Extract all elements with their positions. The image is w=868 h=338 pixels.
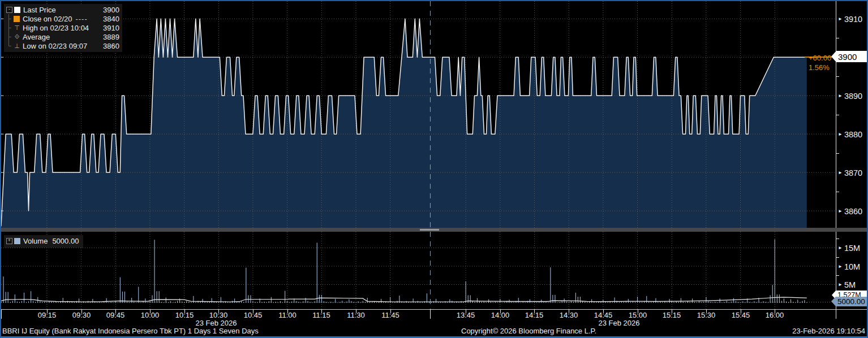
tick-arrow-icon: ► — [838, 170, 843, 175]
current-price-value: 3900 — [836, 51, 867, 62]
price-axis-minor-tick — [836, 38, 839, 38]
current-volume-tag: 5000.00 — [831, 297, 868, 306]
tree-connector — [6, 41, 12, 50]
legend-item-label: High on 02/23 10:04 — [23, 24, 89, 32]
legend-item-label: Average — [23, 33, 50, 41]
session-start-tick — [1, 310, 2, 319]
last-price-swatch-icon — [14, 7, 20, 13]
time-axis-label: 11:30 — [347, 311, 365, 319]
session-boundary-tick — [430, 310, 431, 319]
tag-arrow-icon — [831, 51, 836, 62]
legend-item-value: 3860 — [103, 42, 119, 50]
low-marker-icon: ⊥ — [14, 42, 20, 49]
tick-arrow-icon: ► — [838, 132, 843, 137]
security-description: BBRI IJ Equity (Bank Rakyat Indonesia Pe… — [2, 327, 259, 335]
tick-arrow-icon: ► — [838, 93, 843, 98]
price-axis-label: ►3880 — [838, 130, 862, 138]
legend-item[interactable]: -Last Price3900 — [6, 5, 119, 14]
time-axis-label: 09:15 — [38, 311, 57, 319]
tag-arrow-icon — [831, 297, 836, 306]
volume-legend[interactable]: + Volume 5000.00 — [4, 235, 83, 248]
dashed-line-sample: ---- — [75, 15, 87, 23]
timestamp-text: 23-Feb-2026 19:10:54 — [792, 327, 865, 335]
current-price-tag: 3900 — [831, 51, 867, 62]
time-axis-label: 10:15 — [175, 311, 194, 319]
tree-connector — [6, 23, 12, 32]
volume-legend-value: 5000.00 — [52, 237, 79, 245]
time-axis-label: 10:00 — [141, 311, 160, 319]
time-axis-label: 15:15 — [663, 311, 681, 319]
expand-plus-icon[interactable]: + — [6, 238, 12, 244]
legend-item[interactable]: ⊤High on 02/23 10:043910 — [6, 23, 119, 32]
status-bar: BBRI IJ Equity (Bank Rakyat Indonesia Pe… — [0, 326, 868, 336]
time-axis-label: 10:45 — [244, 311, 263, 319]
volume-bars — [1, 240, 807, 304]
tick-arrow-icon: ► — [838, 245, 843, 250]
tick-arrow-icon: ► — [838, 209, 843, 214]
tree-connector — [6, 14, 12, 23]
legend-item-value: 3889 — [103, 33, 119, 41]
price-axis-minor-tick — [836, 192, 839, 192]
price-legend: -Last Price3900Close on 02/20----3840⊤Hi… — [4, 4, 122, 52]
time-axis-label: 14:45 — [594, 311, 613, 319]
legend-item-value: 3840 — [103, 15, 119, 23]
volume-axis-label: ►5M — [838, 280, 856, 289]
time-axis-label: 09:30 — [72, 311, 91, 319]
legend-item-value: 3910 — [103, 24, 119, 32]
time-axis-label: 09:45 — [106, 311, 125, 319]
close-swatch-icon — [14, 16, 20, 22]
legend-item-value: 3900 — [103, 6, 119, 14]
time-axis-label: 14:00 — [491, 311, 510, 319]
tick-arrow-icon: ► — [838, 282, 843, 287]
volume-axis-label: ►15M — [838, 244, 860, 252]
copyright-text: Copyright© 2026 Bloomberg Finance L.P. — [461, 327, 596, 335]
avg-volume-line — [1, 297, 807, 302]
tick-arrow-icon: ► — [838, 16, 843, 21]
price-axis-minor-tick — [836, 76, 839, 77]
tree-connector — [6, 32, 12, 41]
price-chart-plot-area[interactable] — [1, 1, 836, 228]
high-marker-icon: ⊤ — [14, 24, 20, 31]
legend-item-label: Close on 02/20 — [23, 15, 72, 23]
legend-item-label: Last Price — [23, 6, 56, 14]
time-axis-label: 14:30 — [560, 311, 578, 319]
current-volume-value: 5000.00 — [836, 297, 868, 306]
time-axis: 09:1509:3009:4510:0010:1510:3010:4511:00… — [0, 309, 868, 327]
volume-legend-label: Volume — [23, 237, 48, 245]
bloomberg-intraday-chart-window: -Last Price3900Close on 02/20----3840⊤Hi… — [0, 0, 868, 338]
legend-item[interactable]: Close on 02/20----3840 — [6, 14, 119, 23]
panel-splitter[interactable] — [0, 228, 868, 232]
time-axis-label: 15:30 — [697, 311, 716, 319]
volume-axis-label: ►10M — [838, 262, 860, 271]
volume-axis-minor-tick — [836, 239, 839, 239]
splitter-grip-icon[interactable] — [420, 229, 439, 231]
price-axis-label: ►3870 — [838, 168, 862, 177]
price-axis-minor-tick — [836, 153, 839, 154]
time-axis-label: 16:00 — [766, 311, 784, 319]
time-axis-label: 13:45 — [457, 311, 475, 319]
net-change-percent: 1.56% — [809, 63, 831, 72]
time-axis-label: 11:00 — [278, 311, 297, 319]
legend-item[interactable]: ⊥Low on 02/23 09:073860 — [6, 41, 119, 50]
tick-arrow-icon: ► — [838, 264, 843, 269]
legend-item[interactable]: ⟐Average3889 — [6, 32, 119, 41]
axis-end-tick — [836, 310, 836, 319]
volume-chart-plot-area[interactable] — [1, 232, 836, 309]
price-axis-label: ►3860 — [838, 207, 862, 215]
price-axis-label: ►3890 — [838, 92, 862, 100]
net-change-value: +60.00 — [809, 53, 831, 63]
price-axis-minor-tick — [836, 115, 839, 115]
price-axis-label: ►3910 — [838, 15, 862, 23]
legend-item-label: Low on 02/23 09:07 — [23, 42, 87, 50]
time-axis-label: 14:15 — [525, 311, 544, 319]
time-axis-label: 11:15 — [312, 311, 330, 319]
volume-swatch-icon — [14, 238, 20, 244]
volume-axis-minor-tick — [836, 275, 839, 276]
time-axis-label: 15:45 — [732, 311, 750, 319]
price-axis-line — [836, 1, 836, 318]
volume-axis-minor-tick — [836, 257, 839, 258]
time-axis-label: 15:00 — [629, 311, 647, 319]
time-axis-label: 10:30 — [209, 311, 228, 319]
average-marker-icon: ⟐ — [14, 33, 20, 40]
expand-minus-icon[interactable]: - — [6, 7, 12, 13]
